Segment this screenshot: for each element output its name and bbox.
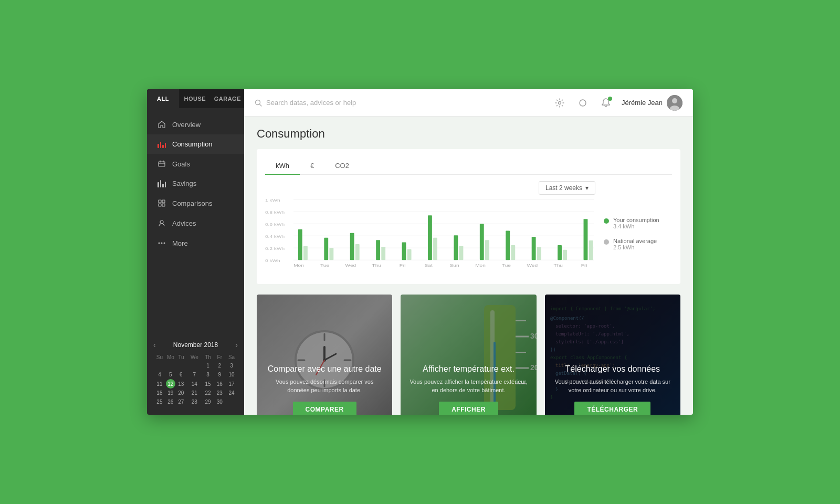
search-box[interactable]: Search datas, advices or help [255,99,356,107]
cal-day[interactable]: 11 [153,379,166,388]
bar-chart: 1 kWh 0.8 kWh 0.6 kWh 0.4 kWh 0.2 kWh 0 … [265,196,595,277]
cal-day[interactable]: 7 [187,370,202,379]
chart-section: kWh € CO2 Last 2 weeks ▾ 1 kWh [257,149,680,284]
cal-day[interactable]: 26 [166,397,175,406]
consumption-dot [604,218,609,224]
cal-day[interactable]: 9 [214,370,225,379]
card-btn-telecharger[interactable]: TÉLÉCHARGER [574,402,650,415]
cal-day[interactable]: 10 [225,370,238,379]
cal-day[interactable]: 23 [214,388,225,397]
cal-day[interactable]: 20 [175,388,187,397]
svg-rect-35 [402,243,406,260]
cal-day[interactable]: 25 [153,397,166,406]
cal-day[interactable]: 13 [175,379,187,388]
cal-month: November 2018 [173,341,218,349]
comparisons-icon [158,199,166,207]
cal-day[interactable]: 18 [153,388,166,397]
svg-rect-41 [480,224,484,260]
cal-day[interactable]: 19 [166,388,175,397]
svg-text:Tue: Tue [502,263,511,268]
card-content-2: Afficher température ext. Vous pouvez af… [409,364,528,415]
cal-day[interactable]: 27 [175,397,187,406]
card-download: import { Component } from '@angular'; @C… [545,295,680,415]
svg-rect-37 [428,215,432,260]
tab-all[interactable]: ALL [147,89,179,108]
sidebar-item-goals[interactable]: Goals [147,154,244,174]
tab-euro[interactable]: € [300,158,324,175]
svg-rect-28 [303,246,308,260]
cal-day[interactable]: 3 [225,361,238,370]
svg-rect-4 [162,204,165,206]
cal-day[interactable]: 8 [202,370,214,379]
svg-rect-33 [376,240,380,260]
cal-day[interactable]: 21 [187,388,202,397]
chart-tabs: kWh € CO2 [265,158,672,175]
svg-rect-38 [433,238,437,260]
legend-average: National average 2.5 kWh [604,238,672,250]
cal-day[interactable]: 12 [166,379,175,388]
tab-co2[interactable]: CO2 [324,158,360,175]
svg-rect-30 [329,248,333,260]
card-btn-compare[interactable]: COMPARER [293,402,356,415]
cal-prev[interactable]: ‹ [153,341,156,349]
cal-day [187,361,202,370]
cal-day[interactable]: 17 [225,379,238,388]
notification-icon-btn[interactable] [598,96,613,110]
user-info[interactable]: Jérémie Jean [622,95,682,111]
sidebar-item-comparisons[interactable]: Comparisons [147,193,244,213]
sidebar-item-overview[interactable]: Overview [147,114,244,134]
cal-day[interactable]: 29 [202,397,214,406]
svg-text:Thu: Thu [372,263,381,268]
tab-garage[interactable]: GARAGE [211,89,244,108]
svg-rect-47 [558,245,562,260]
svg-rect-3 [159,204,161,206]
theme-icon [578,98,587,108]
card-temperature: 30 20 Afficher température ext. Vous pou… [401,295,536,415]
cal-next[interactable]: › [235,341,238,349]
cal-day[interactable]: 28 [187,397,202,406]
cal-day[interactable]: 1 [202,361,214,370]
cal-day[interactable]: 14 [187,379,202,388]
legend-consumption: Your consumption 3.4 kWh [604,217,672,229]
card-desc-2: Vous pouvez afficher la température exté… [409,378,528,394]
cal-day[interactable]: 6 [175,370,187,379]
cal-day[interactable]: 2 [214,361,225,370]
card-title-1: Comparer avec une autre date [265,364,384,374]
svg-text:Fri: Fri [400,263,406,268]
cal-day[interactable]: 5 [166,370,175,379]
svg-text:Mon: Mon [475,263,486,268]
settings-icon-btn[interactable] [552,96,567,110]
svg-text:0 kWh: 0 kWh [265,258,280,263]
svg-point-6 [159,243,160,244]
card-desc-1: Vous pouvez désormais comparer vos donné… [265,378,384,394]
cal-day-header: We [187,353,202,361]
card-desc-3: Vous pouvez aussi télécharger votre data… [553,378,672,394]
sidebar-item-more[interactable]: More [147,233,244,253]
tab-house[interactable]: HOUSE [179,89,211,108]
cal-day[interactable]: 24 [225,388,238,397]
card-btn-afficher[interactable]: AFFICHER [439,402,498,415]
cal-day[interactable]: 30 [214,397,225,406]
bar-chart-icon [158,141,166,148]
cal-day[interactable]: 16 [214,379,225,388]
cal-day[interactable]: 15 [202,379,214,388]
theme-icon-btn[interactable] [575,96,590,110]
search-placeholder: Search datas, advices or help [266,99,356,107]
sidebar-item-advices[interactable]: Advices [147,213,244,233]
user-name: Jérémie Jean [622,99,663,107]
sidebar: ALL HOUSE GARAGE Overview [147,89,244,415]
page-title: Consumption [257,127,680,141]
sidebar-item-savings[interactable]: Savings [147,174,244,193]
svg-rect-45 [532,237,536,260]
notification-dot [608,97,612,101]
cal-day[interactable]: 4 [153,370,166,379]
svg-text:0.2 kWh: 0.2 kWh [265,246,285,251]
svg-text:Sun: Sun [450,263,459,268]
svg-rect-43 [506,230,510,260]
time-range-dropdown[interactable]: Last 2 weeks ▾ [539,181,595,195]
sidebar-item-consumption[interactable]: Consumption [147,134,244,154]
tab-kwh[interactable]: kWh [265,158,300,175]
avatar [667,95,682,111]
cal-day[interactable]: 22 [202,388,214,397]
svg-text:Wed: Wed [527,263,538,268]
